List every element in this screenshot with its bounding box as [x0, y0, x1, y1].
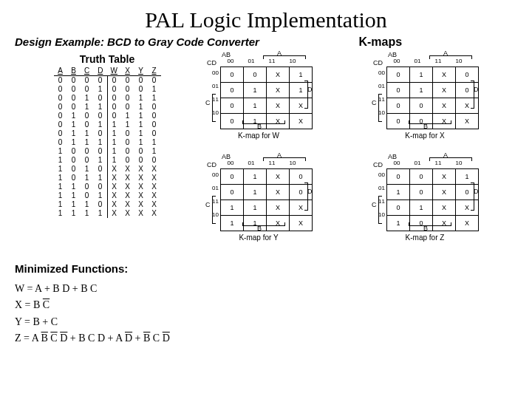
tt-cell: 0	[94, 94, 108, 103]
kmap-cell: 1	[244, 216, 267, 231]
tt-cell: 1	[67, 129, 81, 138]
kmaps-heading: K-maps	[358, 35, 402, 49]
kmap-cell: 1	[410, 83, 433, 98]
tt-cell: 0	[54, 85, 67, 94]
tt-header: A	[54, 66, 67, 76]
tt-cell: 1	[81, 94, 94, 103]
kmap-cell: 1	[244, 83, 267, 98]
tt-cell: 1	[134, 120, 148, 129]
kmap-cell: X	[267, 67, 290, 83]
tt-cell: 1	[67, 138, 81, 147]
tt-cell: 0	[121, 129, 134, 138]
tt-cell: 0	[121, 85, 134, 94]
tt-header: C	[81, 66, 94, 76]
kmap-caption: K-map for X	[366, 132, 484, 140]
tt-cell: X	[148, 209, 161, 218]
tt-cell: 0	[94, 200, 108, 209]
kmap-cell: X	[433, 114, 456, 129]
kmap-cell: 0	[387, 114, 410, 129]
tt-cell: 1	[148, 147, 161, 156]
tt-cell: X	[134, 174, 148, 183]
kmap-cell: 1	[290, 67, 313, 83]
kmap-cell: X	[267, 169, 290, 185]
kmap: AB CD A B C D 00011110 00011110 00X110X0…	[366, 155, 510, 251]
tt-cell: 0	[67, 156, 81, 165]
tt-cell: 1	[134, 94, 148, 103]
tt-cell: 1	[81, 138, 94, 147]
tt-cell: 1	[148, 138, 161, 147]
tt-cell: 0	[81, 191, 94, 200]
kmap-cell: X	[267, 216, 290, 231]
tt-cell: 0	[94, 183, 108, 191]
tt-cell: 0	[148, 120, 161, 129]
tt-cell: 0	[148, 76, 161, 86]
kmap-cell: 1	[387, 216, 410, 231]
kmap-cell: 0	[456, 67, 479, 83]
kmap-cell: 0	[221, 83, 244, 98]
kmap-cell: X	[290, 216, 313, 231]
kmap-cell: X	[433, 67, 456, 83]
kmap-grid: 01X001X011XX11XX	[220, 168, 313, 231]
tt-header: W	[107, 66, 121, 76]
tt-cell: 0	[121, 156, 134, 165]
kmap-cell: 0	[387, 98, 410, 114]
kmap-cell: 0	[221, 67, 244, 83]
tt-cell: 1	[81, 103, 94, 112]
tt-cell: 1	[54, 191, 67, 200]
kmap-cell: X	[433, 216, 456, 231]
tt-cell: 0	[107, 112, 121, 120]
tt-cell: 0	[121, 138, 134, 147]
tt-cell: 1	[94, 138, 108, 147]
tt-cell: 1	[134, 129, 148, 138]
kmap-cell: 0	[387, 169, 410, 185]
tt-cell: 1	[54, 183, 67, 191]
kmap-cell: 1	[244, 169, 267, 185]
tt-cell: 0	[67, 174, 81, 183]
kmap-cell: X	[433, 185, 456, 200]
kmap-cell: 0	[410, 216, 433, 231]
tt-cell: X	[107, 183, 121, 191]
tt-cell: 1	[94, 209, 108, 218]
equation-z: Z = A B C D + B C D + A D + B C D	[15, 330, 517, 347]
tt-cell: 0	[67, 165, 81, 174]
tt-cell: 1	[54, 165, 67, 174]
tt-header: B	[67, 66, 81, 76]
tt-cell: 1	[134, 138, 148, 147]
tt-cell: X	[134, 165, 148, 174]
page-title: PAL Logic Implementation	[15, 7, 517, 33]
kmap-cell: 0	[387, 83, 410, 98]
tt-cell: 0	[94, 129, 108, 138]
tt-cell: 0	[81, 120, 94, 129]
tt-cell: 0	[67, 103, 81, 112]
tt-cell: 1	[81, 200, 94, 209]
kmap-cell: 0	[410, 185, 433, 200]
tt-cell: 0	[134, 147, 148, 156]
tt-cell: 0	[107, 76, 121, 86]
tt-cell: 0	[134, 156, 148, 165]
kmap-cell: X	[290, 200, 313, 216]
tt-cell: 1	[67, 112, 81, 120]
tt-cell: 0	[67, 147, 81, 156]
tt-cell: 1	[94, 85, 108, 94]
tt-header: Z	[148, 66, 161, 76]
tt-cell: X	[134, 191, 148, 200]
kmap-cell: X	[290, 114, 313, 129]
tt-cell: 1	[94, 174, 108, 183]
tt-cell: 0	[121, 103, 134, 112]
tt-cell: 1	[107, 147, 121, 156]
tt-cell: 0	[148, 103, 161, 112]
tt-cell: 1	[67, 209, 81, 218]
tt-cell: 1	[81, 209, 94, 218]
kmap: AB CD A B C D 00011110 00011110 00X101X1…	[200, 53, 344, 149]
tt-cell: X	[148, 165, 161, 174]
tt-cell: X	[107, 209, 121, 218]
tt-cell: 0	[54, 76, 67, 86]
tt-cell: X	[107, 174, 121, 183]
tt-cell: 0	[81, 147, 94, 156]
tt-cell: 0	[121, 94, 134, 103]
kmap-cell: X	[267, 185, 290, 200]
tt-cell: 1	[148, 85, 161, 94]
kmap-cell: 0	[387, 67, 410, 83]
tt-cell: 1	[81, 129, 94, 138]
kmap-cell: 0	[221, 185, 244, 200]
